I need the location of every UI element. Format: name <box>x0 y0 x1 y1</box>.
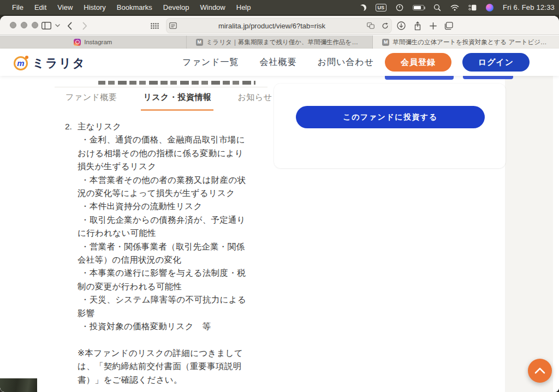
menu-status-area: US Fri 6. Feb 12:33 <box>360 0 555 15</box>
spotlight-search-icon[interactable] <box>433 4 441 11</box>
menu-datetime[interactable]: Fri 6. Feb 12:33 <box>503 3 555 11</box>
clipped-blue-button-remnant <box>463 76 513 79</box>
m-favicon: M <box>196 39 203 46</box>
tab-group-grid-icon[interactable] <box>147 19 162 32</box>
risk-text-line: は、「契約締結前交付書面（重要事項説明 <box>78 360 246 373</box>
nav-link[interactable]: 会社概要 <box>260 57 297 68</box>
risk-text-line: 損失が生ずるリスク <box>78 160 246 173</box>
address-bar[interactable]: miralita.jp/product/view/6?tab=risk <box>166 18 392 33</box>
instagram-favicon <box>74 39 81 46</box>
forward-button[interactable] <box>78 19 92 32</box>
browser-tab-miralita-fund-active[interactable]: M 草間彌生の立体アートを投資対象とする アートビジネスファンド | 未来への投… <box>373 35 559 49</box>
sidebar-toggle-button[interactable] <box>39 19 53 32</box>
risk-text-block: 2. 主なリスク・金利、通貨の価格、金融商品取引市場における相場その他の指標に係… <box>78 120 246 387</box>
risk-text-line: ・本件出資持分の流動性リスク <box>78 200 246 213</box>
risk-text-line: ・金利、通貨の価格、金融商品取引市場に <box>78 133 246 146</box>
menu-item[interactable]: View <box>52 0 78 15</box>
risk-text-line: に行われない可能性 <box>78 227 246 240</box>
tab-panel-top-border <box>55 87 267 87</box>
risk-text-line <box>78 334 246 347</box>
risk-text-line: おける相場その他の指標に係る変動により <box>78 147 246 160</box>
back-button[interactable] <box>62 19 76 32</box>
menu-item[interactable]: Edit <box>29 0 52 15</box>
fund-content-tabs: ファンド概要 リスク・投資情報 お知らせ <box>66 92 272 111</box>
browser-tab-strip: Instagram M ミラリタ｜募集期限まで残り僅か、草間彌生作品を資産として… <box>0 35 559 49</box>
menu-item[interactable]: Develop <box>158 0 195 15</box>
clipped-text-line <box>98 81 255 85</box>
menu-item[interactable]: History <box>78 0 111 15</box>
login-button[interactable]: ログイン <box>462 53 530 72</box>
menu-item[interactable]: Bookmarks <box>111 0 158 15</box>
browser-toolbar: miralita.jp/product/view/6?tab=risk <box>0 16 559 35</box>
browser-tab-miralita-list[interactable]: M ミラリタ｜募集期限まで残り僅か、草間彌生作品を資産として活用する事業投資型ク… <box>187 35 373 49</box>
minimize-window-button[interactable] <box>21 22 27 28</box>
risk-text-line: ・投資対象の価格変動リスク 等 <box>78 320 246 333</box>
miralita-logo-icon: m <box>14 56 28 70</box>
page-content: ファンド概要 リスク・投資情報 お知らせ 2. 主なリスク・金利、通貨の価格、金… <box>0 76 559 392</box>
menu-item[interactable]: Window <box>195 0 231 15</box>
site-nav: ファンド一覧会社概要お問い合わせ <box>182 49 374 76</box>
site-header: m ミラリタ ファンド一覧会社概要お問い合わせ 会員登録 ログイン <box>0 49 559 76</box>
downloads-button[interactable] <box>394 19 408 32</box>
browser-tab-instagram[interactable]: Instagram <box>0 35 187 49</box>
risk-text-line: ・本営業者その他の者の業務又は財産の状 <box>78 174 246 187</box>
risk-text-line: ※本ファンドのリスクの詳細につきまして <box>78 347 246 360</box>
close-window-button[interactable] <box>10 22 16 28</box>
window-controls <box>10 22 38 28</box>
risk-text-line: ・本事業の遂行に影響を与える法制度・税 <box>78 266 246 280</box>
zoom-window-button[interactable] <box>32 22 38 28</box>
keyboard-layout-indicator[interactable]: US <box>376 4 387 11</box>
header-buttons: 会員登録 ログイン <box>385 53 530 72</box>
siri-icon[interactable] <box>486 4 493 11</box>
macos-menu-bar: FileEditViewHistoryBookmarksDevelopWindo… <box>0 0 559 15</box>
tab-overview-button[interactable] <box>441 19 455 32</box>
risk-lines: 主なリスク・金利、通貨の価格、金融商品取引市場における相場その他の指標に係る変動… <box>78 120 246 387</box>
new-tab-button[interactable] <box>426 19 440 32</box>
tab-news[interactable]: お知らせ <box>237 92 272 111</box>
clipped-blue-button-remnant <box>385 76 454 80</box>
risk-text-line: 主なリスク <box>78 120 246 133</box>
sidebar-chevron-down-icon[interactable] <box>53 19 62 32</box>
risk-text-line: 況の変化等によって損失が生ずるリスク <box>78 187 246 200</box>
wifi-icon[interactable] <box>450 4 459 11</box>
signup-button[interactable]: 会員登録 <box>385 53 451 72</box>
site-logo-text: ミラリタ <box>32 55 86 72</box>
menu-items: FileEditViewHistoryBookmarksDevelopWindo… <box>0 0 257 15</box>
site-logo[interactable]: m ミラリタ <box>14 55 86 72</box>
risk-text-line: ・天災、システム障害等の不可抗力による <box>78 293 246 306</box>
risk-text-line: ・営業者・関係事業者（取引先企業・関係 <box>78 240 246 253</box>
page-background-image-fragment <box>0 378 37 392</box>
tab-risk-investment-info[interactable]: リスク・投資情報 <box>141 92 213 111</box>
menu-item[interactable]: File <box>7 0 29 15</box>
share-button[interactable] <box>411 19 425 32</box>
safari-window: miralita.jp/product/view/6?tab=risk Inst… <box>0 16 559 392</box>
risk-text-line: 制の変更が行われる可能性 <box>78 280 246 293</box>
battery-icon[interactable] <box>413 5 424 10</box>
list-number: 2. <box>65 120 72 133</box>
chevron-up-icon <box>534 367 545 374</box>
risk-text-line: 会社等）の信用状況の変化 <box>78 253 246 266</box>
page-right-gutter <box>505 76 553 392</box>
reload-icon[interactable] <box>378 22 392 29</box>
menu-item[interactable]: Help <box>231 0 257 15</box>
risk-text-line: 書）」をご確認ください。 <box>78 373 246 387</box>
browser-tab-label: 草間彌生の立体アートを投資対象とする アートビジネスファンド | 未来への投資な… <box>393 38 550 46</box>
translate-icon[interactable] <box>364 22 378 29</box>
page-format-icon[interactable] <box>166 22 180 29</box>
url-text[interactable]: miralita.jp/product/view/6?tab=risk <box>180 22 364 30</box>
risk-text-line: ・取引先企業からの債務弁済が、予定通り <box>78 213 246 227</box>
nav-link[interactable]: お問い合わせ <box>318 57 374 68</box>
m-favicon: M <box>382 39 389 46</box>
tab-fund-overview[interactable]: ファンド概要 <box>66 92 117 111</box>
risk-text-line: 影響 <box>78 307 246 320</box>
browser-tab-label: ミラリタ｜募集期限まで残り僅か、草間彌生作品を資産として活用する事業投資型クラ… <box>206 38 364 46</box>
clock-status-icon[interactable] <box>396 4 403 11</box>
invest-in-fund-button[interactable]: このファンドに投資する <box>296 106 485 128</box>
browser-tab-label: Instagram <box>84 39 112 45</box>
invest-card: このファンドに投資する <box>274 84 506 168</box>
scroll-to-top-button[interactable] <box>528 359 552 383</box>
do-not-disturb-moon-icon[interactable] <box>360 4 366 11</box>
stage-manager-icon[interactable] <box>468 4 477 11</box>
nav-link[interactable]: ファンド一覧 <box>182 57 239 68</box>
